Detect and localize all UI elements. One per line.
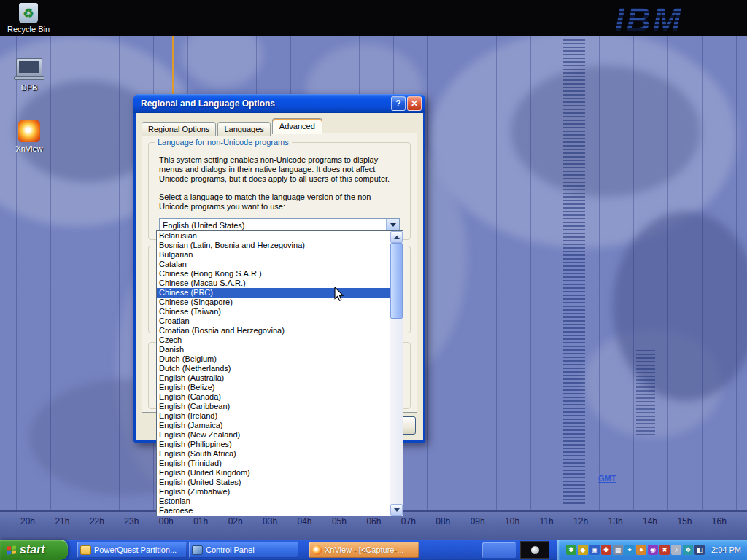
close-button[interactable]: ✕ [407,96,422,111]
tray-icon-red[interactable]: ✚ [601,545,611,555]
timezone-hour-label: 16h [712,516,727,540]
tray-icon-purple[interactable]: ◉ [648,545,658,555]
chevron-down-icon [390,223,396,227]
taskbar-button[interactable]: Control Panel [189,542,298,558]
tray-icon-gray[interactable]: ▦ [613,545,623,555]
desktop-icon-recycle-bin[interactable]: ♻ Recycle Bin [6,3,51,34]
language-option[interactable]: English (Jamaica) [157,421,390,430]
language-option[interactable]: Belarusian [157,231,390,241]
tray-icon-crimson[interactable]: ✖ [659,545,670,555]
groupbox-description: This system setting enables non-Unicode … [159,155,401,184]
language-option[interactable]: English (Zimbabwe) [157,487,390,497]
taskbar: start PowerQuest Partition...Control Pan… [0,540,747,560]
language-option[interactable]: English (Belize) [157,383,390,392]
language-option[interactable]: English (New Zealand) [157,430,390,440]
tray-icon-orange[interactable]: ● [636,545,646,555]
language-option[interactable]: Chinese (PRC) [157,288,390,298]
scroll-down-button[interactable] [390,504,403,516]
dropdown-scrollbar[interactable] [390,231,403,516]
language-options: BelarusianBosnian (Latin, Bosnia and Her… [157,231,390,516]
tray-icon-cyan[interactable]: ✦ [624,545,635,555]
xnview-icon [18,120,40,142]
desktop-icon-label: XnView [3,144,55,153]
language-option[interactable]: Dutch (Netherlands) [157,364,390,373]
help-button[interactable]: ? [391,96,406,111]
tab-regional-options[interactable]: Regional Options [142,122,216,136]
language-option[interactable]: Faeroese [157,506,390,516]
tray-icon-navy[interactable]: ◧ [694,545,705,555]
language-option[interactable]: English (United Kingdom) [157,468,390,478]
dialog-titlebar[interactable]: Regional and Language Options ? ✕ [133,94,425,113]
dialog-tabs: Regional OptionsLanguagesAdvanced [142,118,324,134]
timezone-hour-label: 11h [540,516,554,540]
arrow-down-icon [394,508,400,512]
language-option[interactable]: English (Australia) [157,373,390,383]
language-option[interactable]: Bulgarian [157,250,390,260]
tab-languages[interactable]: Languages [217,122,270,136]
combobox-dropdown-button[interactable] [386,219,399,231]
taskbar-deskband[interactable] [520,541,549,559]
timezone-hour-label: 07h [401,516,416,540]
taskbar-clock[interactable]: 2:04 PM [711,545,741,554]
language-option[interactable]: Danish [157,345,390,354]
tab-advanced[interactable]: Advanced [272,118,322,134]
desktop: GMT ♻ Recycle Bin IBM DPB XnView 20h21h2… [0,0,747,560]
language-option[interactable]: English (South Africa) [157,449,390,459]
timezone-hour-label: 23h [124,516,139,540]
timezone-hour-label: 08h [436,516,450,540]
tray-icon-silver[interactable]: ♪ [671,545,681,555]
start-button[interactable]: start [0,540,68,560]
windows-flag-icon [7,545,16,554]
language-option[interactable]: English (Caribbean) [157,402,390,411]
language-option[interactable]: Croatian (Bosnia and Herzegovina) [157,326,390,335]
language-option[interactable]: Croatian [157,316,390,326]
taskbar-band-segment[interactable]: ---- [482,542,516,558]
timezone-hour-label: 14h [643,516,657,540]
system-tray: ✱◆▣✚▦✦●◉✖♪❖◧ 2:04 PM [557,540,747,560]
gmt-label: GMT [598,474,616,483]
timezone-hour-label: 00h [159,516,174,540]
timezone-hour-label: 05h [332,516,347,540]
timezone-hour-label: 02h [228,516,243,540]
taskbar-button-label: XnView - [<Capture-... [325,545,403,554]
combobox-value: English (United States) [163,221,245,230]
language-option[interactable]: Czech [157,335,390,345]
tray-icon-green[interactable]: ✱ [566,545,576,555]
tray-icons: ✱◆▣✚▦✦●◉✖♪❖◧ [566,545,705,555]
ibm-logo: IBM [615,0,683,39]
xnview-icon [312,545,322,555]
desktop-icon-xnview[interactable]: XnView [3,120,55,153]
groupbox-instruction: Select a language to match the language … [159,192,401,211]
language-option[interactable]: Catalan [157,260,390,269]
tray-icon-teal[interactable]: ❖ [683,545,693,555]
laptop-icon [16,58,42,77]
scrollbar-thumb[interactable] [390,243,403,319]
language-option[interactable]: Chinese (Taiwan) [157,307,390,316]
language-option[interactable]: English (United States) [157,478,390,487]
desktop-icon-dpb[interactable]: DPB [3,58,55,92]
language-option[interactable]: Estonian [157,497,390,506]
taskbar-button[interactable]: XnView - [<Capture-... [309,542,419,558]
groupbox-title: Language for non-Unicode programs [155,138,292,147]
timezone-hour-label: 04h [298,516,312,540]
language-option[interactable]: Chinese (Singapore) [157,298,390,307]
desktop-icon-label: Recycle Bin [6,25,51,34]
language-option[interactable]: English (Ireland) [157,411,390,421]
language-option[interactable]: English (Canada) [157,392,390,402]
scroll-up-button[interactable] [390,231,403,243]
language-option[interactable]: Bosnian (Latin, Bosnia and Herzegovina) [157,241,390,250]
timezone-hour-label: 06h [366,516,381,540]
language-option[interactable]: Chinese (Macau S.A.R.) [157,279,390,288]
hatched-timezone-band [563,39,585,506]
timezone-hour-label: 10h [505,516,519,540]
language-option[interactable]: English (Trinidad) [157,459,390,468]
tray-icon-blue[interactable]: ▣ [589,545,600,555]
language-option[interactable]: Chinese (Hong Kong S.A.R.) [157,269,390,279]
taskbar-button[interactable]: PowerQuest Partition... [77,542,187,558]
timezone-hour-label: 20h [20,516,35,540]
mouse-cursor [334,287,346,306]
language-option[interactable]: English (Philippines) [157,440,390,449]
tray-icon-gold[interactable]: ◆ [578,545,588,555]
language-option[interactable]: Dutch (Belgium) [157,354,390,364]
timezone-hour-label: 09h [471,516,485,540]
